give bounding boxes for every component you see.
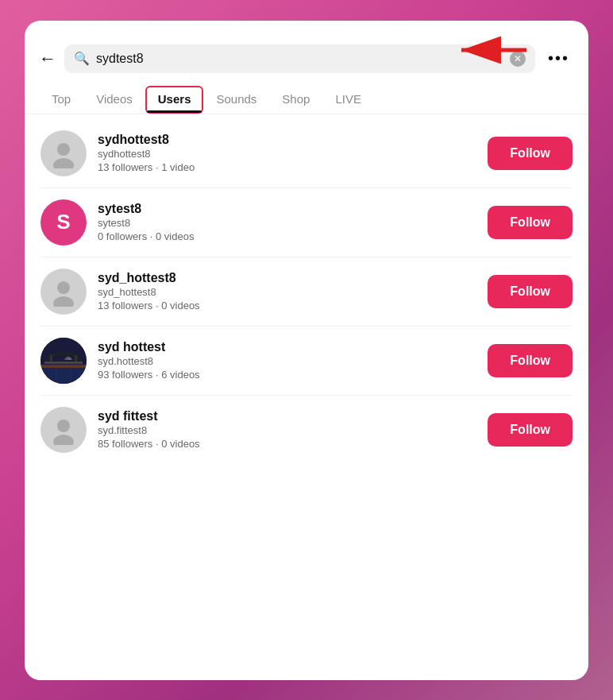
user-info: sydhottest8 sydhottest8 13 followers · 1… [98, 133, 476, 173]
svg-point-15 [53, 435, 74, 445]
user-name: syd hottest [98, 340, 476, 354]
user-handle: syd_hottest8 [98, 286, 476, 298]
search-input[interactable]: sydtest8 [96, 52, 503, 66]
user-info: syd hottest syd.hottest8 93 followers · … [98, 340, 476, 381]
user-handle: sytest8 [98, 217, 476, 229]
svg-point-14 [57, 420, 70, 432]
list-item: sydhottest8 sydhottest8 13 followers · 1… [25, 119, 588, 188]
user-info: syd_hottest8 syd_hottest8 13 followers ·… [98, 271, 476, 311]
svg-point-5 [53, 296, 74, 307]
list-item: S sytest8 sytest8 0 followers · 0 videos… [25, 188, 588, 257]
search-bar[interactable]: 🔍 sydtest8 ✕ [64, 44, 535, 73]
list-item: syd hottest syd.hottest8 93 followers · … [25, 327, 588, 395]
avatar [40, 338, 87, 384]
more-button[interactable]: ••• [543, 46, 574, 71]
svg-point-4 [57, 281, 70, 294]
svg-point-2 [57, 143, 70, 156]
svg-rect-10 [44, 362, 83, 364]
tabs: Top Videos Users Sounds Shop LIVE [25, 81, 588, 114]
user-handle: sydhottest8 [98, 148, 476, 160]
user-list: sydhottest8 sydhottest8 13 followers · 1… [25, 114, 588, 469]
avatar: S [40, 199, 87, 246]
user-name: syd fittest [98, 409, 476, 423]
tab-top[interactable]: Top [39, 86, 83, 114]
user-stats: 13 followers · 0 videos [98, 300, 476, 311]
follow-button[interactable]: Follow [488, 344, 573, 377]
user-stats: 93 followers · 6 videos [98, 369, 476, 381]
clear-icon: ✕ [514, 53, 522, 64]
follow-button[interactable]: Follow [488, 413, 573, 447]
user-name: sytest8 [98, 202, 476, 216]
tab-sounds[interactable]: Sounds [203, 86, 269, 114]
user-stats: 13 followers · 1 video [98, 161, 476, 173]
avatar [40, 130, 87, 176]
search-icon: 🔍 [74, 51, 90, 66]
tab-live[interactable]: LIVE [322, 86, 374, 114]
clear-button[interactable]: ✕ [510, 51, 526, 67]
follow-button[interactable]: Follow [488, 275, 573, 308]
list-item: syd fittest syd.fittest8 85 followers · … [25, 396, 588, 464]
back-button[interactable]: ← [39, 48, 56, 69]
svg-rect-11 [40, 365, 87, 368]
svg-rect-7 [40, 368, 87, 384]
user-info: syd fittest syd.fittest8 85 followers · … [98, 409, 476, 450]
avatar-letter: S [56, 210, 70, 234]
avatar [40, 407, 87, 453]
user-handle: syd.fittest8 [98, 424, 476, 436]
user-stats: 0 followers · 0 videos [98, 230, 476, 242]
user-info: sytest8 sytest8 0 followers · 0 videos [98, 202, 476, 242]
user-name: sydhottest8 [98, 133, 476, 147]
user-name: syd_hottest8 [98, 271, 476, 285]
follow-button[interactable]: Follow [488, 137, 573, 170]
svg-point-3 [53, 158, 74, 168]
tab-users[interactable]: Users [145, 86, 204, 114]
header: ← 🔍 sydtest8 ✕ ••• [25, 37, 588, 81]
follow-button[interactable]: Follow [488, 206, 573, 239]
user-handle: syd.hottest8 [98, 355, 476, 367]
list-item: syd_hottest8 syd_hottest8 13 followers ·… [25, 257, 588, 326]
user-stats: 85 followers · 0 videos [98, 438, 476, 450]
tab-videos[interactable]: Videos [83, 86, 145, 114]
avatar [40, 269, 87, 315]
tab-shop[interactable]: Shop [269, 86, 322, 114]
